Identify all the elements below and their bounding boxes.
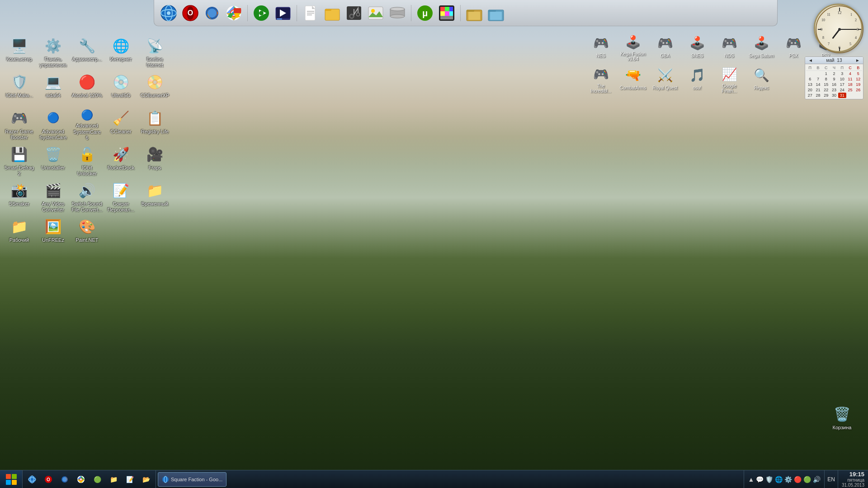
dock-icon-newdoc[interactable] xyxy=(301,3,321,23)
svg-line-68 xyxy=(833,29,840,38)
desktop-icon-fraps[interactable]: 🎥 Fraps xyxy=(138,142,172,178)
dock-icon-folder1[interactable] xyxy=(464,3,484,23)
quick-word[interactable]: 📝 xyxy=(122,472,137,487)
emu-combatarms[interactable]: 🔫 CombatArms xyxy=(618,64,648,94)
svg-rect-31 xyxy=(368,7,383,19)
desktop-icon-iobit-unlocker[interactable]: 🔓 IObit Unlocker xyxy=(70,142,104,178)
desktop-icon-rabochiy[interactable]: 📁 Рабочий xyxy=(2,215,36,251)
svg-text:10: 10 xyxy=(821,18,825,22)
desktop-icon-switch-sound[interactable]: 🔊 Switch Sound File Convert... xyxy=(70,178,104,215)
quick-ie[interactable] xyxy=(24,472,40,487)
svg-text:4: 4 xyxy=(855,36,857,40)
desktop-icon-advanced-sc[interactable]: 🔵 Advanced SystemCare xyxy=(36,106,70,142)
dock-icon-mpc[interactable] xyxy=(273,3,293,23)
desktop-icon-beeline[interactable]: 📡 Beeline Internet xyxy=(138,34,172,70)
tray-volume[interactable]: 🔊 xyxy=(813,476,821,483)
quick-explorer[interactable]: 📁 xyxy=(106,472,121,487)
desktop-icon-unfreez[interactable]: 🖼️ UnFREEz xyxy=(36,215,70,251)
desktop-icon-sokrat[interactable]: 📝 Сократ Персонал... xyxy=(104,178,138,215)
emu-sega-saturn[interactable]: 🕹️ Sega Saturn xyxy=(746,32,777,62)
desktop-icon-ultraiso[interactable]: 💿 UltraISO xyxy=(104,70,138,106)
dock-icon-opera[interactable]: O xyxy=(180,3,200,23)
svg-point-32 xyxy=(371,9,375,13)
taskbar-programs: Square Faction - Goo... xyxy=(156,470,744,488)
language-indicator[interactable]: EN xyxy=(824,470,838,488)
recycle-bin[interactable]: 🗑️ Корзина xyxy=(825,402,859,438)
svg-text:11: 11 xyxy=(827,13,830,17)
dock-icon-music[interactable] xyxy=(344,3,364,23)
desktop-icon-rocketdock[interactable]: 🚀 RocketDock xyxy=(104,142,138,178)
emu-nes[interactable]: 🎮 NES xyxy=(585,32,616,62)
svg-point-81 xyxy=(62,477,67,482)
desktop-icon-advanced-sc6[interactable]: 🔵 Advanced SystemCare 6 xyxy=(70,106,104,142)
tray-red[interactable]: 🔴 xyxy=(794,476,802,483)
desktop-icon-paintnet[interactable]: 🎨 Paint.NET xyxy=(70,215,104,251)
tray-iobit[interactable]: ⚙️ xyxy=(784,476,792,483)
calendar-month-year: май 13 xyxy=(826,58,842,63)
taskbar-quicklaunch: O 🟢 📁 📝 📂 xyxy=(23,470,156,488)
dock-icon-utorrent[interactable]: μ xyxy=(415,3,435,23)
dock-icon-photos[interactable] xyxy=(366,3,386,23)
emulator-row-2: 🎮 The Incredibl... 🔫 CombatArms ⚔️ Royal… xyxy=(585,64,841,94)
emu-gba[interactable]: 🎮 GBA xyxy=(650,32,680,62)
dock-separator-2 xyxy=(297,5,297,21)
tray-show-hidden[interactable]: ▲ xyxy=(748,476,754,483)
tray-network[interactable]: 🌐 xyxy=(775,476,783,483)
desktop-icon-computer[interactable]: 🖥️ Компьютер xyxy=(2,34,36,70)
desktop-icon-aida64[interactable]: 💻 aida64 xyxy=(36,70,70,106)
desktop-icon-internet[interactable]: 🌐 Интернет xyxy=(104,34,138,70)
emu-google-finance[interactable]: 📈 Google Finan... xyxy=(714,64,745,94)
emu-yandex[interactable]: 🔍 Яндекс xyxy=(746,64,777,94)
emu-osu[interactable]: 🎵 osu! xyxy=(682,64,712,94)
desktop-icon-uninstaller[interactable]: 🗑️ Uninstaller xyxy=(36,142,70,178)
dock-separator-1 xyxy=(247,5,248,21)
taskbar-clock[interactable]: 19:15 пятница 31.05.2013 xyxy=(838,470,868,488)
dock-icon-disk[interactable] xyxy=(387,3,407,23)
emu-psx[interactable]: 🎮 PSX xyxy=(778,32,809,62)
start-button[interactable] xyxy=(0,470,23,488)
dock-icon-ie[interactable] xyxy=(159,3,179,23)
desktop-icon-ccleaner[interactable]: 🧹 CCleaner xyxy=(104,106,138,142)
calendar-prev-btn[interactable]: ◄ xyxy=(807,58,814,63)
desktop-icon-registry-life[interactable]: 📋 Registry Life xyxy=(138,106,172,142)
desktop-icon-smart-defrag[interactable]: 💾 Smart Defrag 2 xyxy=(2,142,36,178)
quick-green[interactable]: 🟢 xyxy=(90,472,105,487)
svg-text:9: 9 xyxy=(821,27,823,32)
tray-antivirus[interactable]: 🛡️ xyxy=(765,476,773,483)
desktop-icon-control-panel[interactable]: ⚙️ Панель управления xyxy=(36,34,70,70)
emu-snes[interactable]: 🕹️ SNES xyxy=(682,32,712,62)
calendar-next-btn[interactable]: ► xyxy=(854,58,861,63)
svg-point-75 xyxy=(28,476,36,483)
emu-royal-quest[interactable]: ⚔️ Royal Quest xyxy=(650,64,680,94)
desktop-icon-razer[interactable]: 🎮 Razer Game Booster xyxy=(2,106,36,142)
quick-chrome[interactable] xyxy=(73,472,89,487)
svg-point-28 xyxy=(351,15,353,17)
tray-whatsapp[interactable]: 💬 xyxy=(756,476,764,483)
svg-text:O: O xyxy=(47,477,50,482)
svg-point-30 xyxy=(357,14,359,15)
svg-rect-20 xyxy=(277,19,282,19)
desktop-icon-cdbxp[interactable]: 📀 CDBurnerXP xyxy=(138,70,172,106)
dock-icon-mediaplayer[interactable] xyxy=(251,3,271,23)
dock-icon-folder2[interactable] xyxy=(486,3,506,23)
taskbar-btn-ie[interactable]: Square Faction - Goo... xyxy=(158,472,226,487)
dock-icon-chrome[interactable] xyxy=(224,3,244,23)
quick-opera[interactable]: O xyxy=(41,472,56,487)
tray-green[interactable]: 🟢 xyxy=(803,476,811,483)
desktop-icon-alcohol[interactable]: 🔴 Alcohol 120% xyxy=(70,70,104,106)
desktop-icon-temp[interactable]: 📁 Временный xyxy=(138,178,172,215)
quick-folder[interactable]: 📂 xyxy=(138,472,154,487)
desktop-icon-any-video[interactable]: 🎬 Any Video Converter xyxy=(36,178,70,215)
desktop-icon-iobit-malware[interactable]: 🛡️ IObit Malw... xyxy=(2,70,36,106)
emu-incredible[interactable]: 🎮 The Incredibl... xyxy=(585,64,616,94)
dock-icon-colormania[interactable] xyxy=(437,3,457,23)
emu-nds[interactable]: 🎮 NDS xyxy=(714,32,745,62)
svg-text:O: O xyxy=(188,9,193,17)
desktop-icon-ssmaker[interactable]: 📸 SSmaker xyxy=(2,178,36,215)
desktop-icon-admin[interactable]: 🔧 Администр... xyxy=(70,34,104,70)
dock-icon-firefox[interactable] xyxy=(202,3,222,23)
dock-icon-filemanager[interactable] xyxy=(322,3,342,23)
svg-point-85 xyxy=(162,476,169,483)
quick-firefox[interactable] xyxy=(57,472,72,487)
emu-kega[interactable]: 🕹️ Kega Fusion v3.64 xyxy=(618,32,648,62)
